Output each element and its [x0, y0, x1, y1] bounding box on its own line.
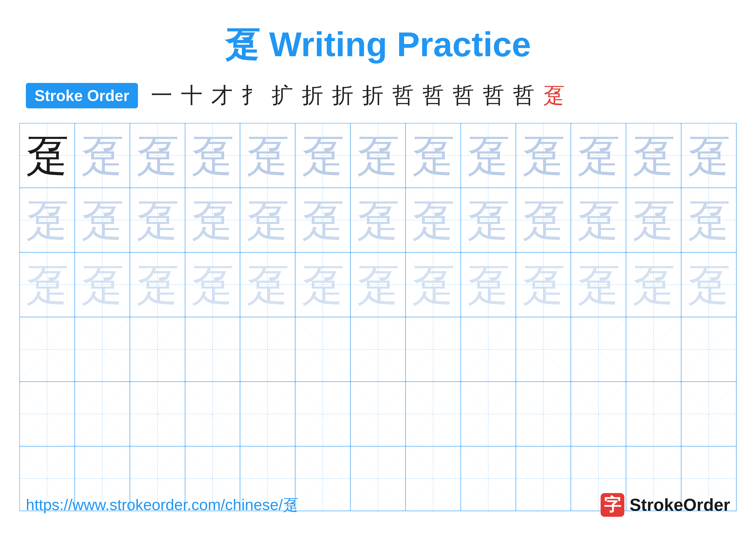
grid-cell[interactable]: 趸 — [130, 123, 185, 188]
char-guide: 趸 — [246, 261, 289, 309]
svg-line-197 — [571, 317, 626, 381]
grid-cell[interactable] — [240, 382, 295, 446]
grid-cell[interactable]: 趸 — [681, 123, 736, 188]
svg-line-173 — [240, 317, 295, 381]
stroke-2: 十 — [181, 81, 202, 110]
grid-cell[interactable]: 趸 — [571, 123, 626, 188]
grid-cell[interactable]: 趸 — [626, 123, 681, 188]
svg-line-241 — [461, 382, 516, 446]
char-guide: 趸 — [357, 196, 399, 244]
svg-line-228 — [295, 382, 350, 446]
grid-cell[interactable]: 趸 — [185, 252, 240, 317]
grid-cell[interactable] — [75, 382, 130, 446]
svg-line-213 — [75, 382, 130, 446]
grid-cell[interactable] — [75, 317, 130, 382]
grid-cell[interactable]: 趸 — [516, 123, 571, 188]
grid-cell[interactable] — [185, 317, 240, 382]
svg-line-252 — [626, 382, 681, 446]
char-guide: 趸 — [26, 261, 69, 309]
grid-cell[interactable]: 趸 — [295, 188, 350, 252]
grid-cell[interactable] — [461, 382, 516, 446]
grid-cell[interactable]: 趸 — [130, 188, 185, 252]
grid-cell[interactable] — [626, 317, 681, 382]
grid-cell[interactable]: 趸 — [240, 188, 295, 252]
char-guide: 趸 — [577, 196, 620, 244]
grid-cell[interactable] — [461, 317, 516, 382]
grid-cell[interactable]: 趸 — [240, 252, 295, 317]
char-guide: 趸 — [357, 261, 399, 309]
grid-cell[interactable]: 趸 — [350, 188, 406, 252]
grid-cell[interactable] — [516, 317, 571, 382]
grid-cell[interactable]: 趸 — [20, 123, 75, 188]
stroke-6: 折 — [302, 81, 323, 110]
stroke-12: 哲 — [483, 81, 504, 110]
char-guide: 趸 — [301, 196, 344, 244]
grid-cell[interactable]: 趸 — [681, 188, 736, 252]
svg-line-184 — [406, 317, 461, 381]
grid-cell[interactable]: 趸 — [295, 252, 350, 317]
grid-cell[interactable]: 趸 — [406, 188, 461, 252]
grid-cell[interactable]: 趸 — [461, 188, 516, 252]
grid-cell[interactable] — [571, 382, 626, 446]
svg-line-216 — [130, 382, 185, 446]
grid-cell[interactable]: 趸 — [681, 252, 736, 317]
grid-cell[interactable]: 趸 — [185, 188, 240, 252]
char-guide: 趸 — [412, 261, 455, 309]
grid-cell[interactable]: 趸 — [130, 252, 185, 317]
svg-line-160 — [75, 317, 130, 381]
grid-cell[interactable]: 趸 — [626, 252, 681, 317]
grid-cell[interactable] — [130, 382, 185, 446]
svg-line-180 — [351, 317, 405, 381]
grid-cell[interactable]: 趸 — [240, 123, 295, 188]
grid-cell[interactable] — [240, 317, 295, 382]
svg-line-204 — [682, 317, 736, 381]
char-dark: 趸 — [26, 132, 69, 179]
grid-cell[interactable]: 趸 — [20, 252, 75, 317]
grid-cell[interactable]: 趸 — [75, 123, 130, 188]
svg-line-201 — [626, 317, 681, 381]
grid-cell[interactable] — [571, 317, 626, 382]
grid-cell[interactable] — [295, 317, 350, 382]
grid-cell[interactable] — [516, 382, 571, 446]
svg-line-189 — [461, 317, 516, 381]
grid-cell[interactable] — [185, 382, 240, 446]
grid-row-3: 趸 趸 趸 趸 趸 趸 趸 趸 趸 趸 趸 趸 趸 — [20, 252, 736, 317]
char-guide: 趸 — [412, 196, 455, 244]
grid-cell[interactable]: 趸 — [20, 188, 75, 252]
char-guide: 趸 — [81, 196, 124, 244]
grid-cell[interactable]: 趸 — [75, 252, 130, 317]
grid-cell[interactable] — [350, 382, 406, 446]
svg-line-221 — [185, 382, 240, 446]
grid-cell[interactable] — [681, 317, 736, 382]
grid-cell[interactable] — [626, 382, 681, 446]
grid-cell[interactable]: 趸 — [516, 252, 571, 317]
footer-url[interactable]: https://www.strokeorder.com/chinese/趸 — [26, 495, 298, 515]
grid-cell[interactable] — [406, 382, 461, 446]
grid-cell[interactable]: 趸 — [516, 188, 571, 252]
stroke-4: 扌 — [241, 81, 263, 110]
grid-cell[interactable]: 趸 — [295, 123, 350, 188]
grid-cell[interactable]: 趸 — [571, 252, 626, 317]
grid-cell[interactable] — [20, 382, 75, 446]
char-guide: 趸 — [191, 261, 234, 309]
stroke-7: 折 — [332, 81, 353, 110]
grid-cell[interactable] — [130, 317, 185, 382]
grid-cell[interactable]: 趸 — [185, 123, 240, 188]
stroke-11: 哲 — [452, 81, 474, 110]
grid-cell[interactable]: 趸 — [461, 123, 516, 188]
grid-cell[interactable]: 趸 — [350, 123, 406, 188]
grid-cell[interactable]: 趸 — [571, 188, 626, 252]
grid-cell[interactable]: 趸 — [461, 252, 516, 317]
grid-cell[interactable] — [406, 317, 461, 382]
grid-cell[interactable] — [20, 317, 75, 382]
grid-cell[interactable] — [295, 382, 350, 446]
grid-cell[interactable] — [350, 317, 406, 382]
svg-line-217 — [130, 382, 185, 446]
grid-cell[interactable]: 趸 — [350, 252, 406, 317]
grid-cell[interactable]: 趸 — [75, 188, 130, 252]
grid-cell[interactable]: 趸 — [406, 252, 461, 317]
grid-cell[interactable]: 趸 — [626, 188, 681, 252]
grid-cell[interactable]: 趸 — [406, 123, 461, 188]
grid-cell[interactable] — [681, 382, 736, 446]
char-guide: 趸 — [467, 132, 510, 179]
